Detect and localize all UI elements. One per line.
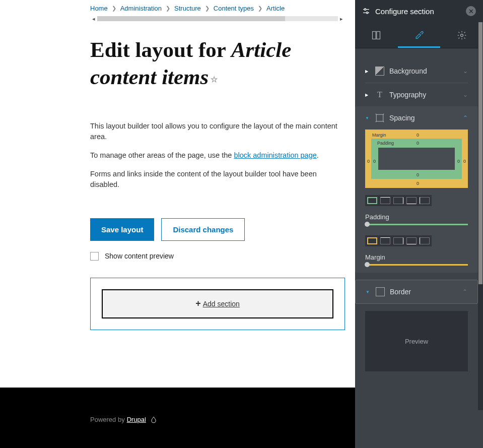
typography-icon: T: [375, 90, 384, 99]
scroll-right-icon[interactable]: ▸: [338, 15, 345, 22]
breadcrumb-link[interactable]: Home: [90, 5, 108, 12]
preview-box: Preview: [365, 311, 468, 371]
group-title: Spacing: [389, 114, 415, 122]
desc-line: This layout builder tool allows you to c…: [90, 121, 345, 142]
svg-point-4: [460, 34, 463, 36]
block-admin-link[interactable]: block administration page: [234, 151, 316, 159]
padding-box: Padding 0 0 0 0: [371, 139, 462, 179]
discard-changes-button[interactable]: Discard changes: [161, 218, 245, 241]
group-head-typography[interactable]: T Typography ⌄: [365, 90, 468, 99]
side-left[interactable]: [420, 237, 430, 244]
slider-handle[interactable]: [365, 222, 370, 227]
content-preview-row: Show content preview: [90, 252, 345, 261]
description: This layout builder tool allows you to c…: [90, 121, 345, 190]
margin-left-value[interactable]: 0: [367, 159, 370, 164]
chevron-down-icon: ⌄: [463, 91, 468, 98]
slider-handle[interactable]: [365, 262, 370, 267]
action-buttons: Save layout Discard changes: [90, 218, 345, 241]
sliders-icon: [362, 7, 370, 15]
svg-rect-2: [373, 31, 376, 39]
chevron-right-icon: ❯: [258, 5, 262, 12]
breadcrumb-current: Article: [266, 5, 285, 12]
chevron-right-icon: ❯: [166, 5, 170, 12]
margin-top-value[interactable]: 0: [417, 133, 419, 138]
drupal-link[interactable]: Drupal: [127, 416, 146, 423]
box-model-diagram: Margin 0 0 0 0 Padding 0 0 0 0: [365, 130, 468, 188]
triangle-right-icon: [365, 93, 370, 97]
padding-left-value[interactable]: 0: [373, 159, 376, 164]
breadcrumb-link[interactable]: Content types: [214, 5, 254, 12]
side-top[interactable]: [380, 237, 390, 244]
side-right[interactable]: [393, 197, 403, 204]
group-head-border[interactable]: Border ⌃: [366, 287, 467, 296]
breadcrumb-scrollbar[interactable]: ◂ ▸: [90, 15, 345, 22]
svg-rect-5: [376, 114, 383, 121]
content-box: [378, 148, 455, 170]
side-top[interactable]: [380, 197, 390, 204]
chevron-down-icon: ⌄: [463, 68, 468, 75]
desc-line: Forms and links inside the content of th…: [90, 169, 345, 190]
panel-scrollbar[interactable]: [478, 22, 483, 410]
add-section-label: Add section: [203, 300, 240, 308]
desc-line: To manage other areas of the page, use t…: [90, 150, 345, 161]
group-spacing: Spacing ⌃ Margin 0 0 0 0 Padding 0 0 0 0: [355, 106, 478, 273]
padding-slider-label: Padding: [365, 213, 468, 221]
content-preview-checkbox[interactable]: [90, 252, 99, 261]
padding-top-value[interactable]: 0: [417, 141, 419, 146]
chevron-right-icon: ❯: [112, 5, 116, 12]
group-typography: T Typography ⌄: [365, 83, 468, 106]
side-all[interactable]: [367, 237, 377, 244]
page-title: Edit layout for Article content items☆: [90, 36, 345, 91]
margin-slider[interactable]: [365, 264, 468, 266]
group-head-background[interactable]: Background ⌄: [365, 67, 468, 76]
panel-header: Configure section ✕: [355, 0, 483, 22]
group-head-spacing[interactable]: Spacing ⌃: [365, 113, 468, 122]
tab-layout[interactable]: [355, 22, 398, 48]
content-preview-label: Show content preview: [105, 252, 174, 260]
add-section-button[interactable]: + Add section: [102, 289, 333, 318]
margin-bottom-value[interactable]: 0: [417, 181, 419, 186]
close-panel-button[interactable]: ✕: [466, 6, 476, 16]
group-background: Background ⌄: [365, 53, 468, 83]
spacing-icon: [375, 113, 384, 122]
close-icon: ✕: [468, 8, 474, 15]
margin-label: Margin: [372, 133, 386, 138]
main-content-area: Home ❯ Administration ❯ Structure ❯ Cont…: [0, 0, 355, 388]
padding-right-value[interactable]: 0: [457, 159, 460, 164]
scroll-thumb[interactable]: [97, 16, 285, 21]
svg-point-0: [364, 9, 366, 10]
chevron-up-icon: ⌃: [463, 114, 468, 121]
footer: Powered by Drupal: [0, 388, 355, 448]
side-all[interactable]: [367, 197, 377, 204]
tab-appearance[interactable]: [398, 22, 441, 48]
scroll-track[interactable]: [97, 16, 338, 21]
panel-scroll-thumb[interactable]: [478, 22, 482, 284]
tab-settings[interactable]: [440, 22, 483, 48]
drupal-drop-icon: [150, 416, 157, 423]
side-bottom[interactable]: [406, 197, 417, 204]
star-icon[interactable]: ☆: [211, 75, 218, 84]
group-title: Background: [389, 67, 427, 75]
save-layout-button[interactable]: Save layout: [90, 218, 154, 241]
padding-side-selector: [365, 195, 432, 206]
breadcrumb: Home ❯ Administration ❯ Structure ❯ Cont…: [90, 0, 345, 12]
triangle-down-icon: [365, 116, 370, 120]
breadcrumb-link[interactable]: Administration: [120, 5, 162, 12]
scroll-left-icon[interactable]: ◂: [90, 15, 97, 22]
breadcrumb-link[interactable]: Structure: [174, 5, 201, 12]
powered-by-text: Powered by: [90, 416, 125, 423]
padding-slider[interactable]: [365, 224, 468, 225]
svg-rect-3: [377, 31, 380, 39]
panel-title: Configure section: [375, 7, 461, 16]
side-right[interactable]: [393, 237, 403, 244]
margin-right-value[interactable]: 0: [463, 159, 466, 164]
preview-label: Preview: [405, 338, 428, 345]
configure-section-panel: Configure section ✕ Background ⌄: [355, 0, 483, 448]
side-left[interactable]: [420, 197, 430, 204]
side-bottom[interactable]: [406, 237, 417, 244]
padding-bottom-value[interactable]: 0: [417, 172, 419, 177]
padding-label: Padding: [377, 141, 394, 146]
title-prefix: Edit layout for: [90, 38, 231, 61]
background-icon: [375, 67, 384, 76]
chevron-right-icon: ❯: [205, 5, 210, 12]
